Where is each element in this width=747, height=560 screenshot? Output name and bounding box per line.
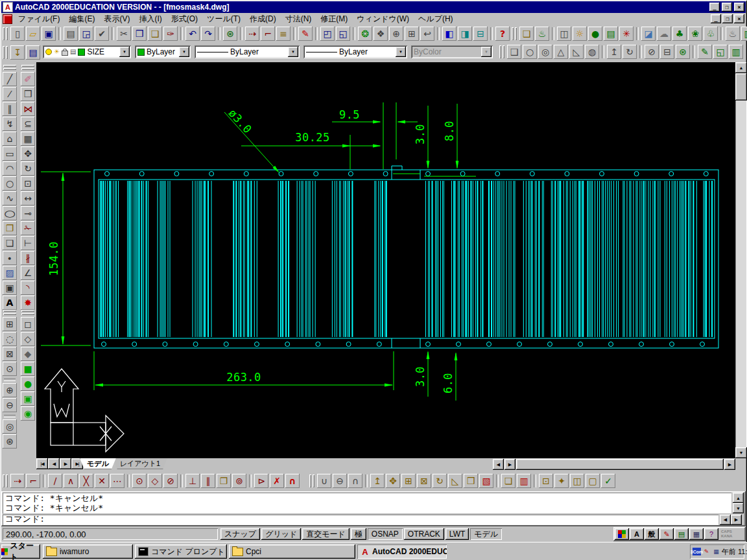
copy-object-button[interactable]: ❒ [21,87,35,101]
color-control[interactable]: ByLayer ▼ [135,45,191,58]
render-preferences-button[interactable]: ♨ [726,27,740,41]
fog-button[interactable]: ☁ [657,27,671,41]
prev-tab-button[interactable]: ◀ [48,458,60,469]
command-hscroll-right[interactable]: ▶ [731,515,742,525]
setup-view-button[interactable]: ◱ [713,45,728,59]
start-button[interactable]: スタート [1,544,40,559]
tab-model[interactable]: モデル [80,458,116,469]
mirror-button[interactable]: ⋈ [21,102,35,116]
snap-perpendicular-button[interactable]: ⊥ [185,474,200,488]
menu-item-8[interactable]: 修正(M) [316,13,352,25]
ime-palette-button[interactable] [615,528,629,540]
render-toolbar-grip[interactable] [512,27,517,40]
array-button[interactable]: ▦ [21,132,35,146]
hidden-shade-button[interactable]: ◆ [21,347,35,361]
task-iwamuro[interactable]: iwamuro [43,544,133,559]
toggle-ortho[interactable]: 直交モード [302,528,350,540]
move-faces-button[interactable]: ✥ [386,474,400,488]
menu-item-10[interactable]: ヘルプ(H) [414,13,458,25]
ime-help-button[interactable]: ? [704,528,718,540]
insert-hyperlink-button[interactable]: ⊛ [223,27,237,41]
hatch-button[interactable]: ▨ [3,266,17,280]
snap-node-button[interactable]: ⊚ [232,474,246,488]
setup-profile-button[interactable]: ▥ [729,45,743,59]
drawing-area[interactable]: 154.0263.09.530.25ø3.03.08.03.06.0 [36,62,735,458]
solids-toolbar-grip[interactable] [499,45,505,58]
doc-minimize-button[interactable]: _ [711,14,721,23]
horizontal-scroll-thumb[interactable] [516,459,724,470]
construction-line-button[interactable]: ⁄ [3,87,17,101]
explode-button[interactable]: ✸ [21,296,35,310]
cut-button[interactable]: ✂ [117,27,131,41]
flat-shaded-edges-on-button[interactable]: ▣ [21,391,35,406]
restore-button[interactable]: ❐ [722,3,732,12]
shade-toolbar-grip[interactable] [21,310,34,316]
revolve-button[interactable]: ↻ [622,45,637,59]
line-button[interactable]: ╱ [3,72,17,86]
trim-button[interactable]: ✁ [21,221,35,235]
break-button[interactable]: ∦ [21,251,35,265]
interfere-button[interactable]: ⊛ [676,45,690,59]
setup-drawing-button[interactable]: ✎ [698,45,712,59]
color-faces-button[interactable]: ▧ [479,474,493,488]
background-button[interactable]: ◪ [641,27,656,41]
redo-button[interactable]: ↷ [201,27,215,41]
distance-button[interactable]: ≡ [276,27,290,41]
menu-item-4[interactable]: 形式(O) [167,13,202,25]
check-button[interactable]: ✓ [601,474,615,488]
hscroll-right-button-2[interactable]: ▶ [504,459,516,470]
polyline-button[interactable]: ↯ [3,117,17,131]
match-properties-button[interactable]: ✑ [163,27,178,41]
text-button[interactable]: A [3,296,17,310]
help-button[interactable]: ? [495,27,510,41]
doc-close-button[interactable]: × [734,14,744,23]
vertical-scroll-thumb[interactable] [735,73,747,100]
menu-item-6[interactable]: 作成(D) [245,13,281,25]
extend-button[interactable]: ⊢ [21,236,35,250]
scale-button[interactable]: ⊡ [21,176,35,191]
draw-toolbar-grip[interactable] [3,65,16,71]
vertical-scrollbar[interactable]: ▲ ▼ [735,62,747,458]
move-button[interactable]: ✥ [21,146,35,161]
object-properties-grip[interactable] [3,46,8,59]
designcenter-button[interactable]: ◧ [442,27,456,41]
solid-wedge-button[interactable]: ◺ [569,45,584,59]
zoom-center-button[interactable]: ⊙ [3,362,17,376]
zoom-window-button[interactable]: ⊞ [3,317,17,331]
stretch-button[interactable]: ↔ [21,191,35,205]
copy-clip-button[interactable]: ❒ [132,27,147,41]
slice-button[interactable]: ⊘ [645,45,659,59]
erase-button[interactable]: ✐ [21,72,35,86]
extrude-button[interactable]: ↥ [607,45,621,59]
polygon-button[interactable]: ⌂ [3,132,17,146]
open-button[interactable]: ▱ [26,27,40,41]
insert-block-button[interactable]: ❐ [3,221,17,235]
color-edges-button[interactable]: ▥ [517,474,531,488]
solid-box-button[interactable]: ❑ [507,45,521,59]
undo-button[interactable]: ↶ [185,27,200,41]
menu-item-1[interactable]: 編集(E) [64,13,99,25]
snap-parallel-button[interactable]: ∥ [201,474,215,488]
hscroll-right-button[interactable]: ▶ [724,459,735,470]
lineweight-dropdown-arrow[interactable]: ▼ [396,47,406,57]
snap-apparent-intersection-button[interactable]: ✕ [95,474,109,488]
ime-dictionary-button[interactable]: ▤ [674,528,689,540]
imprint-button[interactable]: ⊡ [539,474,553,488]
delete-faces-button[interactable]: ⊠ [417,474,431,488]
copy-faces-button[interactable]: ❒ [464,474,478,488]
zoom-scale-button[interactable]: ⊠ [3,347,17,361]
toggle-lwt[interactable]: LWT [445,528,469,540]
offset-faces-button[interactable]: ⊞ [401,474,416,488]
redraw-all-button[interactable]: ✎ [298,27,313,41]
spline-button[interactable]: ∿ [3,191,17,205]
rotate-button[interactable]: ↻ [21,161,35,176]
network-3com-icon[interactable]: 3Com [693,548,701,555]
menu-item-9[interactable]: ウィンドウ(W) [352,13,414,25]
layers-button[interactable]: ▤ [26,45,40,60]
snap-none-button[interactable]: ✗ [270,474,284,488]
ime-conversion-mode-button[interactable]: 般 [645,528,659,540]
linetype-dropdown-arrow[interactable]: ▼ [288,47,298,57]
3d-wireframe-button[interactable]: ◇ [21,332,35,346]
doc-restore-button[interactable]: ❐ [722,14,733,23]
scroll-up-button[interactable]: ▲ [735,62,747,73]
